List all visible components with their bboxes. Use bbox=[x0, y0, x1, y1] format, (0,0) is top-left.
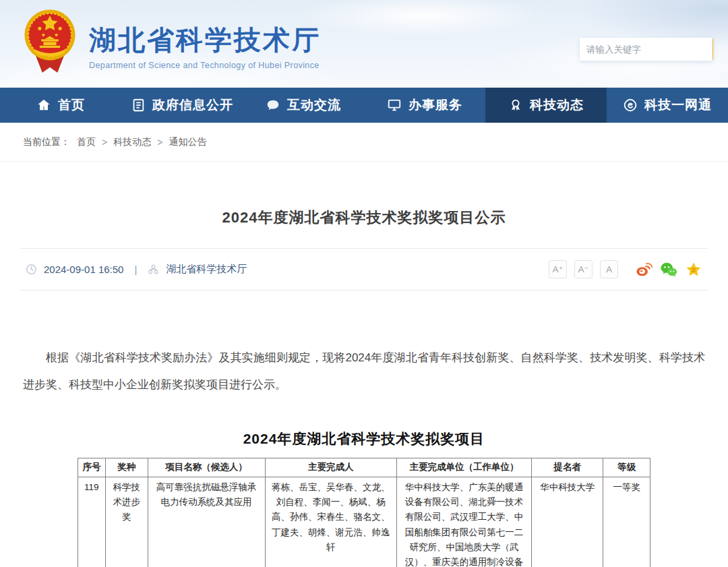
table-row: 119 科学技术进步奖 高可靠强抗扰磁悬浮轴承电力传动系统及其应用 蒋栋、岳宝、… bbox=[78, 477, 650, 567]
site-banner: 湖北省科学技术厅 Department of Science and Techn… bbox=[0, 0, 728, 88]
organization-icon bbox=[148, 264, 159, 275]
search-button[interactable] bbox=[712, 38, 713, 61]
chat-bubble-icon bbox=[266, 98, 280, 113]
main-nav: 首页 政府信息公开 互动交流 办事服务 科技动态 bbox=[0, 88, 728, 123]
cell-units: 华中科技大学、广东美的暖通设备有限公司、湖北舜一技术有限公司、武汉理工大学、中国… bbox=[396, 477, 531, 567]
home-icon bbox=[36, 98, 51, 113]
breadcrumb-item-tech-news[interactable]: 科技动态 bbox=[113, 136, 151, 148]
nav-item-home[interactable]: 首页 bbox=[0, 88, 121, 123]
table-header-row: 序号 奖种 项目名称（候选人） 主要完成人 主要完成单位（工作单位） 提名者 等… bbox=[78, 458, 650, 477]
nav-item-services[interactable]: 办事服务 bbox=[364, 88, 485, 123]
cell-completers: 蒋栋、岳宝、吴华春、文龙、刘自程、李闻一、杨斌、杨高、孙伟、宋春生、骆名文、丁建… bbox=[265, 477, 396, 567]
col-header-completers: 主要完成人 bbox=[265, 458, 396, 477]
document-icon bbox=[131, 98, 146, 113]
table-title: 2024年度湖北省科学技术奖拟奖项目 bbox=[20, 429, 708, 448]
col-header-no: 序号 bbox=[78, 458, 106, 477]
col-header-units: 主要完成单位（工作单位） bbox=[396, 458, 531, 477]
font-decrease-button[interactable]: A⁻ bbox=[574, 260, 593, 278]
breadcrumb-separator: > bbox=[102, 137, 107, 148]
article-meta-left: 2024-09-01 16:50 | 湖北省科学技术厅 bbox=[26, 263, 247, 276]
font-increase-button[interactable]: A⁺ bbox=[549, 260, 567, 278]
site-search bbox=[580, 38, 713, 61]
article-meta: 2024-09-01 16:50 | 湖北省科学技术厅 A⁺ A⁻ A bbox=[20, 249, 708, 290]
favorite-star-icon[interactable] bbox=[685, 261, 702, 278]
site-logo-link[interactable]: 湖北省科学技术厅 Department of Science and Techn… bbox=[23, 7, 321, 78]
divider bbox=[20, 290, 708, 291]
col-header-project: 项目名称（候选人） bbox=[148, 458, 265, 477]
weibo-share-icon[interactable] bbox=[635, 261, 653, 278]
breadcrumb-separator: > bbox=[157, 137, 162, 148]
col-header-nominator: 提名者 bbox=[532, 458, 603, 477]
awards-table: 序号 奖种 项目名称（候选人） 主要完成人 主要完成单位（工作单位） 提名者 等… bbox=[78, 458, 650, 567]
site-title: 湖北省科学技术厅 bbox=[89, 25, 321, 55]
e-portal-icon bbox=[623, 98, 638, 113]
nav-item-tech-news[interactable]: 科技动态 bbox=[485, 88, 607, 123]
clock-icon bbox=[26, 264, 37, 275]
search-icon bbox=[712, 43, 713, 55]
article-source: 湖北省科学技术厅 bbox=[166, 263, 247, 276]
nav-label: 科技一网通 bbox=[644, 96, 712, 114]
breadcrumb-item-notices[interactable]: 通知公告 bbox=[169, 136, 206, 148]
nav-label: 政府信息公开 bbox=[152, 96, 233, 114]
cell-award-type: 科学技术进步奖 bbox=[105, 477, 148, 567]
col-header-grade: 等级 bbox=[603, 458, 650, 477]
cell-grade: 一等奖 bbox=[603, 477, 650, 567]
nav-item-gov-info[interactable]: 政府信息公开 bbox=[121, 88, 243, 123]
breadcrumb: 当前位置： 首页 > 科技动态 > 通知公告 bbox=[0, 123, 728, 162]
col-header-award-type: 奖种 bbox=[105, 458, 148, 477]
meta-divider: | bbox=[134, 264, 137, 275]
publish-date: 2024-09-01 16:50 bbox=[44, 264, 123, 275]
nav-label: 首页 bbox=[58, 96, 85, 114]
site-identity: 湖北省科学技术厅 Department of Science and Techn… bbox=[89, 16, 321, 70]
monitor-icon bbox=[387, 98, 402, 113]
article: 2024年度湖北省科学技术奖拟奖项目公示 2024-09-01 16:50 | … bbox=[0, 208, 728, 567]
wechat-share-icon[interactable] bbox=[660, 261, 677, 278]
nav-label: 办事服务 bbox=[408, 96, 462, 114]
medal-icon bbox=[508, 98, 523, 113]
article-meta-right: A⁺ A⁻ A bbox=[549, 260, 702, 278]
breadcrumb-item-home[interactable]: 首页 bbox=[77, 136, 96, 148]
breadcrumb-label: 当前位置： bbox=[23, 136, 70, 148]
nav-label: 互动交流 bbox=[287, 96, 341, 114]
search-input[interactable] bbox=[580, 38, 712, 61]
cell-project: 高可靠强抗扰磁悬浮轴承电力传动系统及其应用 bbox=[148, 477, 265, 567]
article-body: 根据《湖北省科学技术奖励办法》及其实施细则规定，现将2024年度湖北省青年科技创… bbox=[20, 345, 708, 398]
article-title: 2024年度湖北省科学技术奖拟奖项目公示 bbox=[20, 208, 708, 228]
cell-nominator: 华中科技大学 bbox=[532, 477, 603, 567]
cell-no: 119 bbox=[78, 477, 106, 567]
nav-label: 科技动态 bbox=[530, 96, 584, 114]
site-subtitle: Department of Science and Technology of … bbox=[89, 61, 321, 70]
national-emblem-icon bbox=[23, 7, 77, 78]
nav-item-one-net[interactable]: 科技一网通 bbox=[607, 88, 728, 123]
nav-item-interaction[interactable]: 互动交流 bbox=[243, 88, 364, 123]
font-reset-button[interactable]: A bbox=[600, 260, 618, 278]
